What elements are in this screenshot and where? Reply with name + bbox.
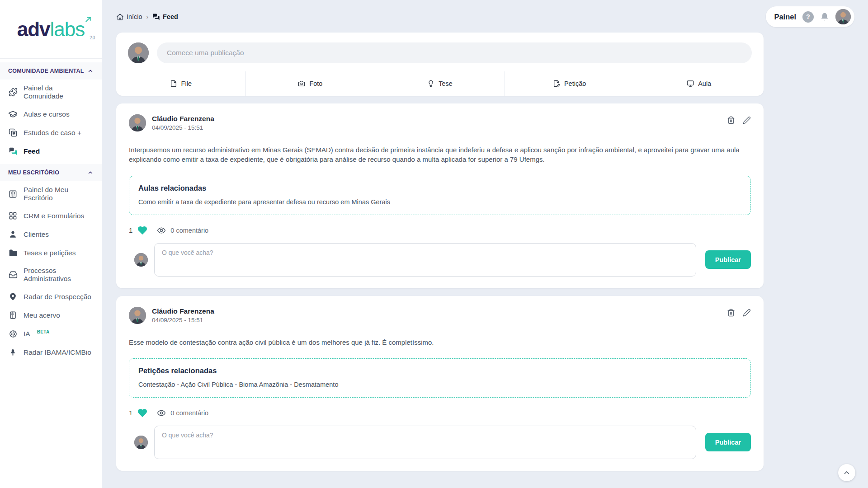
- breadcrumb-current[interactable]: Feed: [152, 13, 178, 21]
- post-author-name[interactable]: Cláudio Farenzena: [152, 115, 214, 123]
- sidebar-item-radar-ibama[interactable]: Radar IBAMA/ICMBio: [0, 343, 102, 361]
- delete-post-button[interactable]: [727, 116, 735, 124]
- composer-action-label: File: [181, 80, 192, 87]
- chat-icon: [152, 13, 160, 21]
- sidebar-item-radar-prospeccao[interactable]: Radar de Prospecção: [0, 287, 102, 306]
- breadcrumb: Início › Feed: [116, 13, 178, 21]
- sidebar-item-painel-escritorio[interactable]: Painel do Meu Escritório: [0, 181, 102, 206]
- composer-action-peticao[interactable]: Petição: [505, 71, 634, 96]
- file-icon: [170, 80, 177, 87]
- commenter-avatar: [134, 253, 148, 267]
- related-aulas-box[interactable]: Aulas relacionadas Como emitir a taxa de…: [129, 176, 751, 215]
- feed-content: File Foto Tese: [102, 30, 764, 471]
- camera-icon: [298, 80, 305, 87]
- logo[interactable]: advlabs 2.0: [0, 0, 102, 59]
- chat-icon: [8, 146, 18, 156]
- panel-title: Painel: [774, 13, 796, 21]
- file-pen-icon: [553, 80, 560, 87]
- section-label: COMUNIDADE AMBIENTAL: [8, 68, 84, 74]
- breadcrumb-home[interactable]: Início: [116, 13, 142, 21]
- comment-count: 0 comentário: [170, 409, 208, 417]
- main-area: Início › Feed Painel ?: [102, 0, 868, 488]
- sidebar-item-ia[interactable]: IA BETA: [0, 324, 102, 343]
- sidebar-item-meu-acervo[interactable]: Meu acervo: [0, 306, 102, 324]
- commenter-avatar: [134, 436, 148, 449]
- breadcrumb-separator: ›: [146, 14, 148, 20]
- puzzle-icon: [8, 88, 18, 97]
- sidebar-item-estudos-caso[interactable]: Estudos de caso +: [0, 123, 102, 142]
- related-text: Contestação - Ação Civil Pública - Bioma…: [138, 381, 741, 388]
- composer-action-tese[interactable]: Tese: [375, 71, 505, 96]
- map-pin-icon: [8, 292, 18, 301]
- sidebar-item-aulas-cursos[interactable]: Aulas e cursos: [0, 105, 102, 123]
- post-card: Cláudio Farenzena 04/09/2025 - 15:51 Ess…: [116, 296, 764, 471]
- folder-icon: [8, 248, 18, 258]
- sidebar-section-escritorio[interactable]: MEU ESCRITÓRIO: [0, 164, 102, 181]
- sidebar-item-label: Radar IBAMA/ICMBio: [24, 348, 91, 357]
- post-text: Interpusemos um recurso administrativo e…: [129, 145, 751, 164]
- beta-badge: BETA: [37, 329, 50, 334]
- breadcrumb-current-label: Feed: [163, 13, 178, 20]
- publish-button[interactable]: Publicar: [705, 250, 751, 269]
- logo-text-labs: labs: [50, 18, 85, 40]
- sidebar-item-processos-administrativos[interactable]: Processos Administrativos: [0, 262, 102, 287]
- bell-icon[interactable]: [820, 12, 829, 21]
- edit-post-button[interactable]: [743, 309, 751, 317]
- help-icon[interactable]: ?: [802, 11, 814, 23]
- post-author-name[interactable]: Cláudio Farenzena: [152, 307, 214, 315]
- logo-version: 2.0: [90, 36, 94, 40]
- like-count: 1: [129, 409, 132, 417]
- screen-icon: [687, 80, 694, 87]
- composer-action-label: Tese: [439, 80, 453, 87]
- related-title: Aulas relacionadas: [138, 184, 741, 192]
- related-title: Petições relacionadas: [138, 366, 741, 375]
- composer-action-label: Petição: [564, 80, 586, 87]
- post-datetime: 04/09/2025 - 15:51: [152, 317, 214, 324]
- composer-action-label: Aula: [698, 80, 711, 87]
- eye-icon[interactable]: [157, 226, 166, 235]
- user-icon: [8, 230, 18, 239]
- comment-input[interactable]: [154, 426, 696, 459]
- sidebar-item-label: Meu acervo: [24, 311, 60, 319]
- scroll-to-top-button[interactable]: [838, 464, 855, 481]
- chevron-up-icon: [87, 169, 94, 176]
- delete-post-button[interactable]: [727, 309, 735, 317]
- tree-icon: [8, 347, 18, 357]
- heart-icon[interactable]: [137, 225, 148, 236]
- comment-input[interactable]: [154, 243, 696, 277]
- sidebar-item-feed[interactable]: Feed: [0, 142, 102, 160]
- sidebar-item-label: Radar de Prospecção: [24, 293, 91, 301]
- composer-action-file[interactable]: File: [116, 71, 245, 96]
- composer-card: File Foto Tese: [116, 33, 764, 96]
- composer-action-aula[interactable]: Aula: [634, 71, 764, 96]
- sidebar-item-label: IA: [24, 330, 30, 338]
- copy-icon: [8, 128, 18, 137]
- composer-action-foto[interactable]: Foto: [245, 71, 375, 96]
- sidebar-item-label: Painel da Comunidade: [24, 84, 94, 100]
- composer-input[interactable]: [157, 42, 752, 63]
- post-datetime: 04/09/2025 - 15:51: [152, 124, 214, 131]
- heart-icon[interactable]: [137, 408, 148, 418]
- sidebar-section-comunidade[interactable]: COMUNIDADE AMBIENTAL: [0, 62, 102, 80]
- related-text: Como emitir a taxa de expediente para ap…: [138, 198, 741, 206]
- comment-count: 0 comentário: [170, 227, 208, 234]
- post-author-avatar[interactable]: [129, 114, 146, 131]
- chevron-up-icon: [87, 68, 94, 74]
- sidebar-item-crm-formularios[interactable]: CRM e Formulários: [0, 206, 102, 225]
- edit-post-button[interactable]: [743, 116, 751, 124]
- user-avatar[interactable]: [835, 9, 851, 24]
- sidebar: advlabs 2.0 COMUNIDADE AMBIENTAL Painel …: [0, 0, 102, 488]
- inbox-icon: [8, 270, 18, 280]
- sidebar-item-label: Estudos de caso +: [24, 129, 81, 137]
- sidebar-item-teses-peticoes[interactable]: Teses e petições: [0, 244, 102, 262]
- sidebar-item-clientes[interactable]: Clientes: [0, 225, 102, 244]
- related-peticoes-box[interactable]: Petições relacionadas Contestação - Ação…: [129, 358, 751, 398]
- sidebar-item-label: CRM e Formulários: [24, 212, 84, 220]
- sidebar-item-painel-comunidade[interactable]: Painel da Comunidade: [0, 80, 102, 105]
- topbar: Início › Feed Painel ?: [102, 0, 868, 30]
- composer-avatar: [128, 42, 149, 63]
- eye-icon[interactable]: [157, 408, 166, 418]
- post-author-avatar[interactable]: [129, 307, 146, 324]
- publish-button[interactable]: Publicar: [705, 433, 751, 451]
- sidebar-item-label: Clientes: [24, 230, 49, 239]
